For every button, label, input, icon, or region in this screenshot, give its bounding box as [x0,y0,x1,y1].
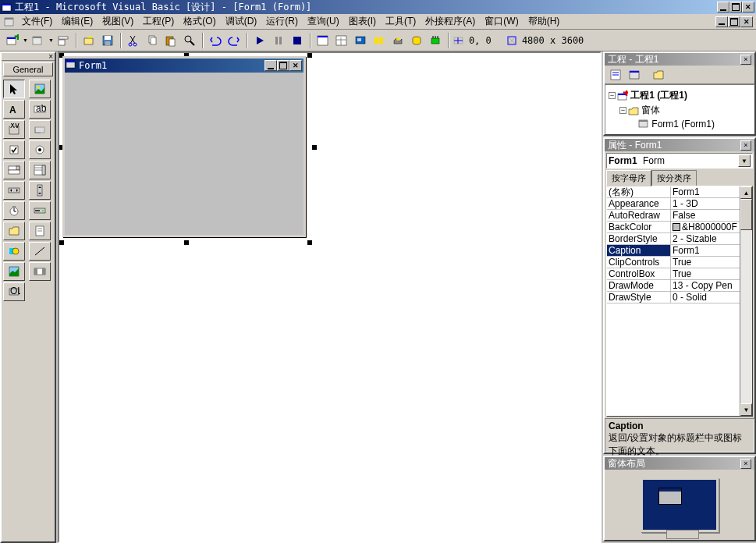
menu-chart[interactable]: 图表(I) [344,13,381,30]
tree-folder-node[interactable]: − 窗体 [609,103,751,118]
tab-alphabetic[interactable]: 按字母序 [606,170,651,186]
save-button[interactable] [99,32,117,49]
layout-mini-form[interactable] [658,488,682,505]
property-row[interactable]: Appearance1 - 3D [607,198,740,210]
toolbox-close-button[interactable]: × [48,52,53,61]
resize-handle[interactable] [312,145,317,150]
menu-run[interactable]: 运行(R) [261,13,303,30]
view-code-button[interactable] [606,66,624,83]
tool-picturebox[interactable] [29,80,51,98]
tool-filelistbox[interactable] [29,222,51,240]
tool-ole[interactable]: OLE [3,282,25,301]
form-maximize-button[interactable] [277,60,289,71]
tool-combobox[interactable] [3,161,25,179]
property-row[interactable]: BackColor&H8000000F [607,222,740,233]
data-view-button[interactable] [408,32,426,49]
pause-button[interactable] [270,32,288,49]
layout-monitor[interactable] [641,477,719,532]
menu-addins[interactable]: 外接程序(A) [421,13,480,30]
menu-tools[interactable]: 工具(T) [381,13,421,30]
form-close-button[interactable] [289,60,302,71]
properties-object-combo[interactable]: Form1 Form ▼ [606,153,753,169]
property-row[interactable]: DrawStyle0 - Solid [607,292,740,303]
property-row[interactable]: BorderStyle2 - Sizable [607,233,740,245]
toggle-folders-button[interactable] [649,66,667,83]
toolbox-button[interactable] [389,32,407,49]
scroll-up-button[interactable]: ▲ [740,186,752,199]
mdi-icon[interactable] [3,16,16,28]
property-row[interactable]: ControlBoxTrue [607,268,740,280]
tool-pointer[interactable] [3,80,25,98]
tool-label[interactable]: A [3,100,25,119]
resize-handle[interactable] [307,53,312,58]
scroll-thumb[interactable] [740,199,752,230]
tree-project-node[interactable]: −✚ 工程1 (工程1) [609,88,751,103]
add-project-button[interactable]: ✚ [3,32,21,49]
properties-grid[interactable]: (名称)Form1Appearance1 - 3DAutoRedrawFalse… [607,186,740,416]
project-explorer-button[interactable] [314,32,332,49]
tool-timer[interactable] [3,201,25,220]
restore-button[interactable] [729,2,742,12]
tool-image[interactable] [3,262,25,281]
properties-scrollbar[interactable]: ▲ ▼ [740,186,752,416]
minimize-button[interactable] [717,2,729,12]
tool-frame[interactable]: xv [3,120,25,139]
property-row[interactable]: ClipControlsTrue [607,257,740,268]
view-object-button[interactable] [625,66,643,83]
tool-optionbutton[interactable] [29,140,51,159]
resize-handle[interactable] [59,240,64,245]
mdi-close-button[interactable] [740,16,753,27]
paste-button[interactable] [162,32,180,49]
form-layout-button[interactable] [352,32,370,49]
mdi-maximize-button[interactable] [728,16,740,27]
project-tree[interactable]: −✚ 工程1 (工程1) − 窗体 Form1 (Form1) [605,84,754,134]
stop-button[interactable] [289,32,307,49]
add-form-button[interactable] [29,32,47,49]
redo-button[interactable] [225,32,243,49]
undo-button[interactable] [207,32,225,49]
tool-vscrollbar[interactable] [29,181,51,200]
tree-form-node[interactable]: Form1 (Form1) [609,118,751,130]
toolbox-tab-general[interactable]: General [3,62,53,76]
form-designer[interactable]: Form1 [58,51,602,543]
run-button[interactable] [251,32,269,49]
menu-debug[interactable]: 调试(D) [221,13,262,30]
tab-categorized[interactable]: 按分类序 [651,170,697,186]
layout-panel-close-button[interactable]: × [740,459,751,469]
tool-commandbutton[interactable] [29,120,51,139]
menu-project[interactable]: 工程(P) [138,13,179,30]
form-client-area[interactable] [65,73,303,235]
menu-edit[interactable]: 编辑(E) [57,13,98,30]
tool-listbox[interactable] [29,161,51,179]
cut-button[interactable] [125,32,143,49]
menu-format[interactable]: 格式(O) [179,13,220,30]
component-button[interactable] [427,32,445,49]
resize-handle[interactable] [307,240,312,245]
menu-window[interactable]: 窗口(W) [480,13,523,30]
scroll-down-button[interactable]: ▼ [740,403,752,416]
tool-line[interactable] [29,242,51,261]
property-row[interactable]: (名称)Form1 [607,186,740,198]
tool-hscrollbar[interactable] [3,181,25,200]
properties-window-button[interactable] [333,32,351,49]
menu-query[interactable]: 查询(U) [303,13,344,30]
tool-drivelistbox[interactable] [29,201,51,220]
tool-textbox[interactable]: ab| [29,100,51,119]
property-row[interactable]: CaptionForm1 [607,245,740,257]
tool-shape[interactable] [3,242,25,261]
menu-editor-button[interactable] [55,32,73,49]
menu-help[interactable]: 帮助(H) [524,13,565,30]
dropdown-arrow-icon[interactable]: ▼ [738,154,751,167]
mdi-minimize-button[interactable] [715,16,728,27]
resize-handle[interactable] [184,240,189,245]
properties-panel-close-button[interactable]: × [740,140,751,151]
project-panel-close-button[interactable]: × [740,55,751,65]
property-row[interactable]: AutoRedrawFalse [607,210,740,222]
property-row[interactable]: DrawMode13 - Copy Pen [607,280,740,292]
object-browser-button[interactable] [371,32,389,49]
find-button[interactable] [181,32,199,49]
tool-data[interactable] [29,262,51,281]
menu-view[interactable]: 视图(V) [98,13,138,30]
copy-button[interactable] [144,32,161,49]
design-form[interactable]: Form1 [62,56,306,237]
